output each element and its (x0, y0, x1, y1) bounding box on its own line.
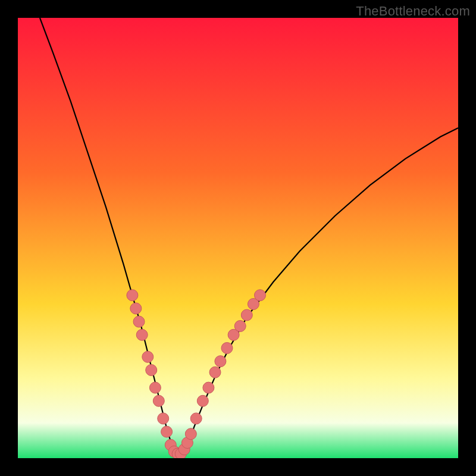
curve-marker (215, 356, 226, 367)
watermark-text: TheBottleneck.com (356, 4, 470, 19)
curve-marker (133, 316, 145, 327)
curve-marker (158, 413, 169, 424)
curve-marker (149, 382, 161, 393)
curve-marker (190, 413, 202, 424)
curve-path (40, 18, 458, 454)
curve-marker (209, 367, 221, 378)
curve-marker (161, 426, 173, 437)
curve-marker (142, 351, 154, 362)
chart-frame: TheBottleneck.com (0, 0, 476, 476)
curve-marker (203, 382, 214, 393)
curve-marker (185, 428, 196, 440)
curve-marker (127, 290, 138, 301)
plot-area (18, 18, 458, 458)
curve-marker (153, 395, 164, 406)
curve-markers (127, 290, 266, 458)
curve-marker (146, 365, 157, 376)
curve-marker (234, 321, 246, 332)
bottleneck-curve (18, 18, 458, 458)
curve-marker (255, 290, 266, 301)
curve-marker (130, 303, 142, 314)
curve-marker (197, 395, 208, 406)
curve-marker (136, 329, 148, 340)
curve-marker (221, 343, 233, 354)
curve-marker (241, 309, 252, 321)
